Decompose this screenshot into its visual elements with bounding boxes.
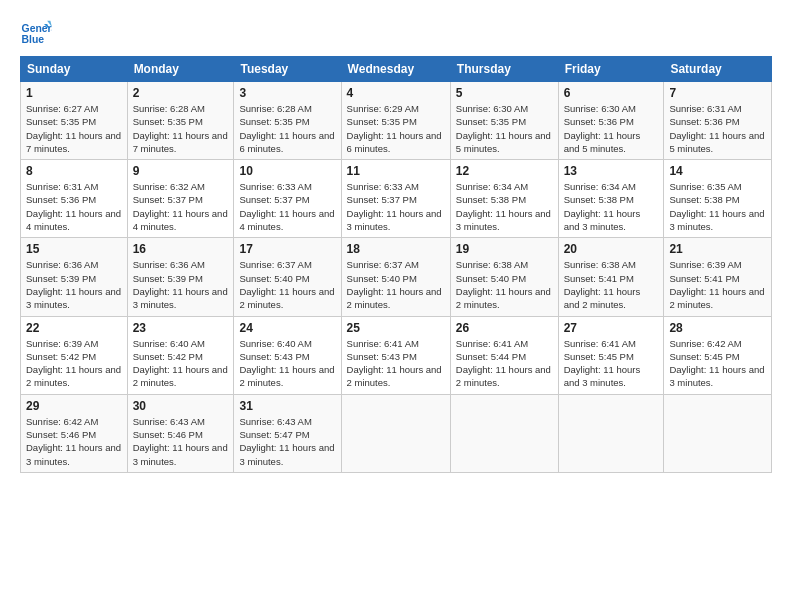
calendar-cell: 12 Sunrise: 6:34 AMSunset: 5:38 PMDaylig… [450, 160, 558, 238]
calendar-cell: 24 Sunrise: 6:40 AMSunset: 5:43 PMDaylig… [234, 316, 341, 394]
day-info: Sunrise: 6:37 AMSunset: 5:40 PMDaylight:… [239, 259, 334, 310]
week-row-2: 8 Sunrise: 6:31 AMSunset: 5:36 PMDayligh… [21, 160, 772, 238]
day-info: Sunrise: 6:28 AMSunset: 5:35 PMDaylight:… [239, 103, 334, 154]
calendar-cell: 25 Sunrise: 6:41 AMSunset: 5:43 PMDaylig… [341, 316, 450, 394]
day-number: 2 [133, 86, 229, 100]
calendar-cell: 21 Sunrise: 6:39 AMSunset: 5:41 PMDaylig… [664, 238, 772, 316]
calendar-cell [558, 394, 664, 472]
day-info: Sunrise: 6:41 AMSunset: 5:44 PMDaylight:… [456, 338, 551, 389]
calendar-cell [664, 394, 772, 472]
calendar-cell: 3 Sunrise: 6:28 AMSunset: 5:35 PMDayligh… [234, 82, 341, 160]
calendar-cell: 4 Sunrise: 6:29 AMSunset: 5:35 PMDayligh… [341, 82, 450, 160]
day-number: 3 [239, 86, 335, 100]
calendar-cell: 22 Sunrise: 6:39 AMSunset: 5:42 PMDaylig… [21, 316, 128, 394]
calendar-cell: 20 Sunrise: 6:38 AMSunset: 5:41 PMDaylig… [558, 238, 664, 316]
calendar-cell: 23 Sunrise: 6:40 AMSunset: 5:42 PMDaylig… [127, 316, 234, 394]
calendar-body: 1 Sunrise: 6:27 AMSunset: 5:35 PMDayligh… [21, 82, 772, 473]
day-number: 22 [26, 321, 122, 335]
day-info: Sunrise: 6:39 AMSunset: 5:41 PMDaylight:… [669, 259, 764, 310]
day-info: Sunrise: 6:36 AMSunset: 5:39 PMDaylight:… [26, 259, 121, 310]
day-number: 23 [133, 321, 229, 335]
day-info: Sunrise: 6:33 AMSunset: 5:37 PMDaylight:… [239, 181, 334, 232]
calendar-cell: 26 Sunrise: 6:41 AMSunset: 5:44 PMDaylig… [450, 316, 558, 394]
calendar-cell: 8 Sunrise: 6:31 AMSunset: 5:36 PMDayligh… [21, 160, 128, 238]
calendar-cell: 1 Sunrise: 6:27 AMSunset: 5:35 PMDayligh… [21, 82, 128, 160]
day-info: Sunrise: 6:32 AMSunset: 5:37 PMDaylight:… [133, 181, 228, 232]
col-header-sunday: Sunday [21, 57, 128, 82]
calendar-cell: 7 Sunrise: 6:31 AMSunset: 5:36 PMDayligh… [664, 82, 772, 160]
col-header-friday: Friday [558, 57, 664, 82]
day-info: Sunrise: 6:30 AMSunset: 5:36 PMDaylight:… [564, 103, 641, 154]
calendar-cell: 6 Sunrise: 6:30 AMSunset: 5:36 PMDayligh… [558, 82, 664, 160]
day-number: 25 [347, 321, 445, 335]
day-number: 26 [456, 321, 553, 335]
day-number: 11 [347, 164, 445, 178]
calendar-cell: 5 Sunrise: 6:30 AMSunset: 5:35 PMDayligh… [450, 82, 558, 160]
day-number: 18 [347, 242, 445, 256]
calendar-cell: 13 Sunrise: 6:34 AMSunset: 5:38 PMDaylig… [558, 160, 664, 238]
day-number: 28 [669, 321, 766, 335]
week-row-4: 22 Sunrise: 6:39 AMSunset: 5:42 PMDaylig… [21, 316, 772, 394]
day-info: Sunrise: 6:31 AMSunset: 5:36 PMDaylight:… [669, 103, 764, 154]
week-row-1: 1 Sunrise: 6:27 AMSunset: 5:35 PMDayligh… [21, 82, 772, 160]
calendar-cell: 14 Sunrise: 6:35 AMSunset: 5:38 PMDaylig… [664, 160, 772, 238]
calendar-cell: 27 Sunrise: 6:41 AMSunset: 5:45 PMDaylig… [558, 316, 664, 394]
day-number: 16 [133, 242, 229, 256]
day-number: 27 [564, 321, 659, 335]
day-info: Sunrise: 6:41 AMSunset: 5:45 PMDaylight:… [564, 338, 641, 389]
col-header-thursday: Thursday [450, 57, 558, 82]
col-header-monday: Monday [127, 57, 234, 82]
calendar-header-row: SundayMondayTuesdayWednesdayThursdayFrid… [21, 57, 772, 82]
day-number: 15 [26, 242, 122, 256]
day-info: Sunrise: 6:29 AMSunset: 5:35 PMDaylight:… [347, 103, 442, 154]
day-info: Sunrise: 6:43 AMSunset: 5:47 PMDaylight:… [239, 416, 334, 467]
week-row-5: 29 Sunrise: 6:42 AMSunset: 5:46 PMDaylig… [21, 394, 772, 472]
calendar-cell [341, 394, 450, 472]
day-number: 17 [239, 242, 335, 256]
col-header-tuesday: Tuesday [234, 57, 341, 82]
day-number: 14 [669, 164, 766, 178]
day-info: Sunrise: 6:34 AMSunset: 5:38 PMDaylight:… [564, 181, 641, 232]
calendar-cell [450, 394, 558, 472]
calendar-cell: 16 Sunrise: 6:36 AMSunset: 5:39 PMDaylig… [127, 238, 234, 316]
day-number: 24 [239, 321, 335, 335]
day-number: 20 [564, 242, 659, 256]
calendar-cell: 10 Sunrise: 6:33 AMSunset: 5:37 PMDaylig… [234, 160, 341, 238]
day-info: Sunrise: 6:38 AMSunset: 5:40 PMDaylight:… [456, 259, 551, 310]
calendar-table: SundayMondayTuesdayWednesdayThursdayFrid… [20, 56, 772, 473]
calendar-cell: 18 Sunrise: 6:37 AMSunset: 5:40 PMDaylig… [341, 238, 450, 316]
day-number: 7 [669, 86, 766, 100]
calendar-cell: 29 Sunrise: 6:42 AMSunset: 5:46 PMDaylig… [21, 394, 128, 472]
calendar-cell: 11 Sunrise: 6:33 AMSunset: 5:37 PMDaylig… [341, 160, 450, 238]
day-number: 4 [347, 86, 445, 100]
day-number: 8 [26, 164, 122, 178]
day-number: 9 [133, 164, 229, 178]
logo: General Blue [20, 16, 52, 48]
day-info: Sunrise: 6:40 AMSunset: 5:42 PMDaylight:… [133, 338, 228, 389]
day-number: 13 [564, 164, 659, 178]
day-info: Sunrise: 6:35 AMSunset: 5:38 PMDaylight:… [669, 181, 764, 232]
day-number: 21 [669, 242, 766, 256]
day-number: 10 [239, 164, 335, 178]
calendar-cell: 15 Sunrise: 6:36 AMSunset: 5:39 PMDaylig… [21, 238, 128, 316]
calendar-cell: 9 Sunrise: 6:32 AMSunset: 5:37 PMDayligh… [127, 160, 234, 238]
day-info: Sunrise: 6:40 AMSunset: 5:43 PMDaylight:… [239, 338, 334, 389]
day-number: 30 [133, 399, 229, 413]
header: General Blue [20, 16, 772, 48]
col-header-saturday: Saturday [664, 57, 772, 82]
logo-icon: General Blue [20, 16, 52, 48]
calendar-cell: 2 Sunrise: 6:28 AMSunset: 5:35 PMDayligh… [127, 82, 234, 160]
svg-text:Blue: Blue [22, 34, 45, 45]
page-container: General Blue SundayMondayTuesdayWednesda… [0, 0, 792, 483]
day-info: Sunrise: 6:38 AMSunset: 5:41 PMDaylight:… [564, 259, 641, 310]
day-number: 6 [564, 86, 659, 100]
calendar-cell: 19 Sunrise: 6:38 AMSunset: 5:40 PMDaylig… [450, 238, 558, 316]
day-number: 31 [239, 399, 335, 413]
day-info: Sunrise: 6:27 AMSunset: 5:35 PMDaylight:… [26, 103, 121, 154]
day-info: Sunrise: 6:43 AMSunset: 5:46 PMDaylight:… [133, 416, 228, 467]
day-info: Sunrise: 6:30 AMSunset: 5:35 PMDaylight:… [456, 103, 551, 154]
col-header-wednesday: Wednesday [341, 57, 450, 82]
day-number: 29 [26, 399, 122, 413]
day-info: Sunrise: 6:33 AMSunset: 5:37 PMDaylight:… [347, 181, 442, 232]
day-info: Sunrise: 6:34 AMSunset: 5:38 PMDaylight:… [456, 181, 551, 232]
